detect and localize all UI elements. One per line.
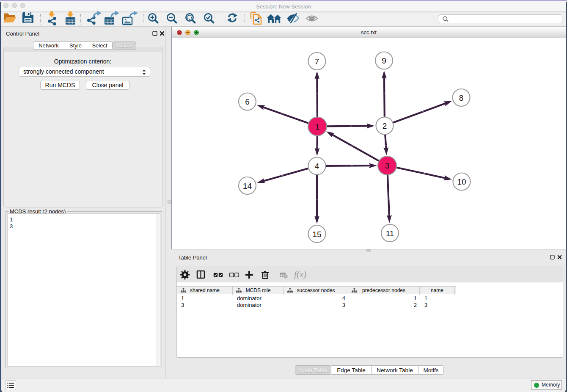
svg-text:f(x): f(x) — [294, 269, 306, 279]
svg-text:10: 10 — [457, 177, 466, 186]
svg-text:11: 11 — [386, 229, 394, 238]
svg-text:1: 1 — [315, 122, 320, 131]
svg-text:6: 6 — [245, 97, 250, 106]
svg-text:2: 2 — [383, 121, 387, 130]
svg-text:7: 7 — [315, 57, 319, 66]
svg-text:15: 15 — [312, 230, 321, 239]
svg-text:4: 4 — [315, 162, 319, 171]
svg-text:14: 14 — [243, 182, 252, 190]
svg-text:9: 9 — [382, 56, 386, 65]
svg-text:8: 8 — [459, 94, 464, 102]
svg-text:3: 3 — [385, 161, 390, 170]
